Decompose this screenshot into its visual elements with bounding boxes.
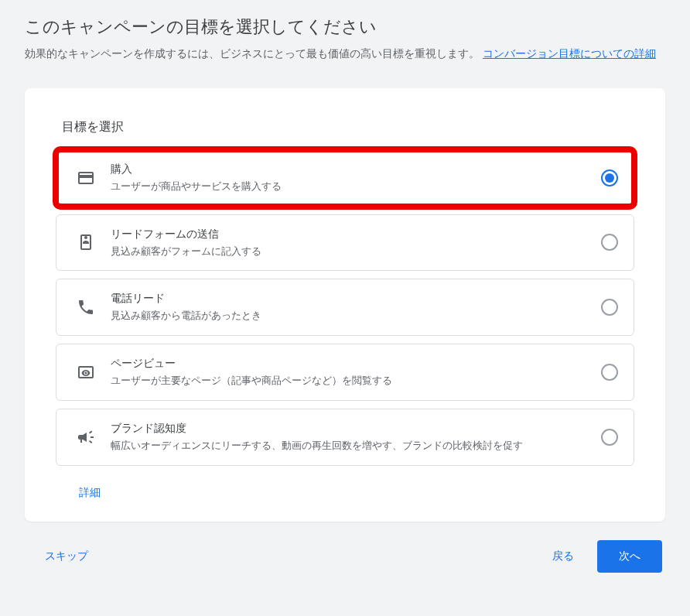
page-subtitle: 効果的なキャンペーンを作成するには、ビジネスにとって最も価値の高い目標を重視しま… [25,45,665,63]
footer-bar: スキップ 戻る 次へ [25,540,665,573]
back-button[interactable]: 戻る [535,542,591,571]
option-radio[interactable] [601,364,618,381]
goal-option-3[interactable]: ページビューユーザーが主要なページ（記事や商品ページなど）を閲覧する [56,344,634,401]
option-desc: 見込み顧客から電話があったとき [111,308,589,324]
goal-option-4[interactable]: ブランド認知度幅広いオーディエンスにリーチする、動画の再生回数を増やす、ブランド… [56,409,634,466]
option-title: 電話リード [111,290,589,306]
goal-option-0[interactable]: 購入ユーザーが商品やサービスを購入する [56,149,634,207]
goal-card: 目標を選択 購入ユーザーが商品やサービスを購入するリードフォームの送信見込み顧客… [25,88,665,522]
phone-icon [69,298,103,317]
option-desc: 見込み顧客がフォームに記入する [111,244,589,260]
skip-button[interactable]: スキップ [28,542,105,571]
details-link[interactable]: 詳細 [56,474,101,500]
option-desc: 幅広いオーディエンスにリーチする、動画の再生回数を増やす、ブランドの比較検討を促… [111,438,589,454]
subtitle-text: 効果的なキャンペーンを作成するには、ビジネスにとって最も価値の高い目標を重視しま… [25,47,480,60]
option-desc: ユーザーが商品やサービスを購入する [111,179,589,195]
preview-icon [69,363,103,382]
option-title: ブランド認知度 [111,420,589,436]
option-title: ページビュー [111,355,589,371]
conversion-goals-link[interactable]: コンバージョン目標についての詳細 [483,47,656,60]
goal-option-2[interactable]: 電話リード見込み顧客から電話があったとき [56,279,634,336]
option-desc: ユーザーが主要なページ（記事や商品ページなど）を閲覧する [111,373,589,389]
option-radio[interactable] [601,169,618,187]
goal-option-1[interactable]: リードフォームの送信見込み顧客がフォームに記入する [56,214,634,272]
option-title: リードフォームの送信 [111,226,589,242]
card-heading: 目標を選択 [56,119,634,135]
option-radio[interactable] [601,299,618,316]
option-title: 購入 [111,161,589,177]
credit-card-icon [69,169,103,187]
option-radio[interactable] [601,429,618,446]
option-radio[interactable] [601,234,618,251]
contact-form-icon [69,233,103,252]
options-list: 購入ユーザーが商品やサービスを購入するリードフォームの送信見込み顧客がフォームに… [56,149,634,466]
campaign-icon [69,428,103,447]
next-button[interactable]: 次へ [597,540,662,573]
page-title: このキャンペーンの目標を選択してください [25,15,665,39]
